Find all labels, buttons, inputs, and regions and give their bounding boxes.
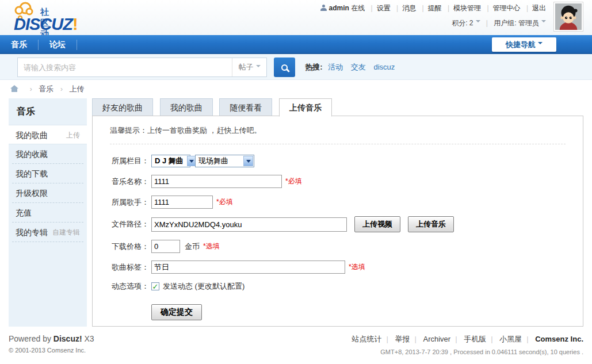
hot-link-activity[interactable]: 活动 <box>328 63 343 71</box>
tag-input[interactable] <box>151 260 345 274</box>
logo-exclamation: ! <box>72 15 78 33</box>
user-icon <box>320 5 327 11</box>
menu-logout[interactable]: 退出 <box>532 4 546 12</box>
logo-brand: DISCUZ! <box>14 15 78 34</box>
nav-item-music[interactable]: 音乐 <box>0 35 38 54</box>
quick-nav-button[interactable]: 快捷导航 <box>492 37 556 52</box>
search-box: 帖子 <box>17 58 267 77</box>
content-area: 音乐 我的歌曲上传 我的收藏 我的下载 升级权限 充值 我的专辑自建专辑 好友的… <box>0 98 592 327</box>
singer-input[interactable] <box>151 196 213 209</box>
breadcrumb-music[interactable]: 音乐 <box>39 85 54 93</box>
music-name-label: 音乐名称： <box>110 177 149 187</box>
hot-link-friends[interactable]: 交友 <box>351 63 366 71</box>
search-type-select[interactable]: 帖子 <box>232 58 266 76</box>
usergroup-dropdown[interactable]: 用户组: 管理员 <box>494 19 546 27</box>
footer-copyright: © 2001-2013 Comsenz Inc. <box>9 347 94 354</box>
footer-link-mobile[interactable]: 手机版 <box>464 335 486 343</box>
upload-form-panel: 温馨提示：上传一首歌曲奖励 ，赶快上传吧。 所属栏目： D J 舞曲 现场舞曲 … <box>92 116 583 327</box>
menu-admin-center[interactable]: 管理中心 <box>493 4 521 12</box>
footer: Powered by Discuz! X3 © 2001-2013 Comsen… <box>0 327 592 355</box>
feed-label: 动态选项： <box>110 281 149 292</box>
breadcrumb: › 音乐 › 上传 <box>0 80 592 98</box>
top-header: 社区动力 DISCUZ! admin 在线 |设置 |消息 |提醒 |模块管理 … <box>0 0 592 35</box>
required-tag: *必填 <box>285 177 302 186</box>
sidebar-item-my-downloads[interactable]: 我的下载 <box>12 164 83 183</box>
credits-dropdown[interactable]: 积分: 2 <box>452 19 480 27</box>
footer-link-stats[interactable]: 站点统计 <box>352 335 381 343</box>
breadcrumb-separator: › <box>30 85 32 93</box>
upload-hint: 温馨提示：上传一首歌曲奖励 ，赶快上传吧。 <box>110 125 566 144</box>
user-stats-row: 积分: 2 | 用户组: 管理员 <box>320 18 547 28</box>
breadcrumb-separator: › <box>60 85 63 93</box>
hot-link-discuz[interactable]: discuz <box>373 63 395 71</box>
menu-notifications[interactable]: 提醒 <box>428 4 442 12</box>
price-unit: 金币 <box>185 242 200 252</box>
search-input[interactable] <box>18 58 232 76</box>
sidebar-item-upgrade-permission[interactable]: 升级权限 <box>12 183 83 203</box>
footer-brand[interactable]: Discuz! <box>54 334 82 343</box>
sidebar-item-extra-album[interactable]: 自建专辑 <box>52 223 80 242</box>
hot-search: 热搜: 活动 交友 discuz <box>305 62 400 72</box>
required-tag: *必填 <box>216 197 233 207</box>
sidebar-item-my-songs[interactable]: 我的歌曲上传 <box>9 125 87 144</box>
price-input[interactable] <box>151 240 180 253</box>
sidebar-item-my-favorites[interactable]: 我的收藏 <box>12 144 83 164</box>
menu-module-admin[interactable]: 模块管理 <box>453 4 481 12</box>
nav-item-forum[interactable]: 论坛 <box>39 35 77 54</box>
main-navbar: 音乐 论坛 快捷导航 <box>0 35 592 54</box>
form-row-feed: 动态选项： ✓ 发送动态 (更改默认配置) <box>110 281 566 292</box>
caret-down-icon <box>256 65 261 70</box>
sidebar-item-recharge[interactable]: 充值 <box>12 203 83 223</box>
username[interactable]: admin <box>329 4 349 12</box>
home-icon[interactable] <box>10 86 18 92</box>
user-avatar[interactable] <box>553 2 583 32</box>
caret-down-icon <box>538 42 543 47</box>
filepath-input[interactable] <box>151 217 347 232</box>
form-row-price: 下载价格： 金币 *选填 <box>110 240 566 253</box>
footer-link-archiver[interactable]: Archiver <box>423 335 450 343</box>
optional-tag: *选填 <box>349 262 365 272</box>
singer-label: 所属歌手： <box>110 197 149 208</box>
sidebar-item-my-albums[interactable]: 我的专辑自建专辑 <box>12 223 83 242</box>
tag-label: 歌曲标签： <box>110 262 149 273</box>
footer-link-report[interactable]: 举报 <box>395 335 410 343</box>
avatar-image <box>555 3 582 30</box>
upload-video-button[interactable]: 上传视频 <box>354 216 400 232</box>
category-select-primary[interactable]: D J 舞曲 <box>151 155 190 167</box>
submit-button[interactable]: 确定提交 <box>151 304 202 320</box>
user-panel: admin 在线 |设置 |消息 |提醒 |模块管理 |管理中心 |退出 积分:… <box>320 3 547 28</box>
feed-checkbox[interactable]: ✓ <box>151 282 159 290</box>
form-row-name: 音乐名称： *必填 <box>110 175 566 188</box>
caret-down-icon <box>541 20 546 25</box>
category-select-secondary[interactable]: 现场舞曲 <box>195 155 254 167</box>
form-row-filepath: 文件路径： 上传视频 上传音乐 <box>110 216 566 232</box>
online-status: 在线 <box>351 4 365 12</box>
search-band: 帖子 热搜: 活动 交友 discuz <box>0 54 592 80</box>
form-row-submit: 确定提交 <box>110 304 566 320</box>
menu-messages[interactable]: 消息 <box>402 4 416 12</box>
footer-links: 站点统计| 举报| Archiver| 手机版| 小黑屋| Comsenz In… <box>352 334 583 344</box>
nav-divider <box>77 40 77 50</box>
main-panel: 好友的歌曲 我的歌曲 随便看看 上传音乐 温馨提示：上传一首歌曲奖励 ，赶快上传… <box>92 98 583 327</box>
tab-friends-songs[interactable]: 好友的歌曲 <box>92 98 153 116</box>
tab-upload-music[interactable]: 上传音乐 <box>279 98 332 117</box>
search-button[interactable] <box>274 58 295 77</box>
feed-option-text: 发送动态 (更改默认配置) <box>163 281 245 292</box>
music-name-input[interactable] <box>151 175 282 188</box>
upload-music-button[interactable]: 上传音乐 <box>408 216 454 232</box>
footer-link-comsenz[interactable]: Comsenz Inc. <box>535 335 583 343</box>
footer-link-banned[interactable]: 小黑屋 <box>499 335 522 343</box>
search-icon <box>281 64 288 71</box>
sidebar-item-extra-upload[interactable]: 上传 <box>66 125 80 145</box>
breadcrumb-upload[interactable]: 上传 <box>70 85 85 93</box>
caret-down-icon <box>476 20 480 25</box>
tab-browse[interactable]: 随便看看 <box>219 98 272 116</box>
form-row-tag: 歌曲标签： *选填 <box>110 260 566 274</box>
tab-bar: 好友的歌曲 我的歌曲 随便看看 上传音乐 <box>92 98 583 116</box>
sidebar-menu: 我的歌曲上传 我的收藏 我的下载 升级权限 充值 我的专辑自建专辑 <box>9 125 87 242</box>
form-row-singer: 所属歌手： *必填 <box>110 196 566 209</box>
form-row-category: 所属栏目： D J 舞曲 现场舞曲 <box>110 155 566 167</box>
filepath-label: 文件路径： <box>110 219 149 229</box>
footer-links-block: 站点统计| 举报| Archiver| 手机版| 小黑屋| Comsenz In… <box>352 334 583 355</box>
tab-my-songs[interactable]: 我的歌曲 <box>160 98 213 116</box>
